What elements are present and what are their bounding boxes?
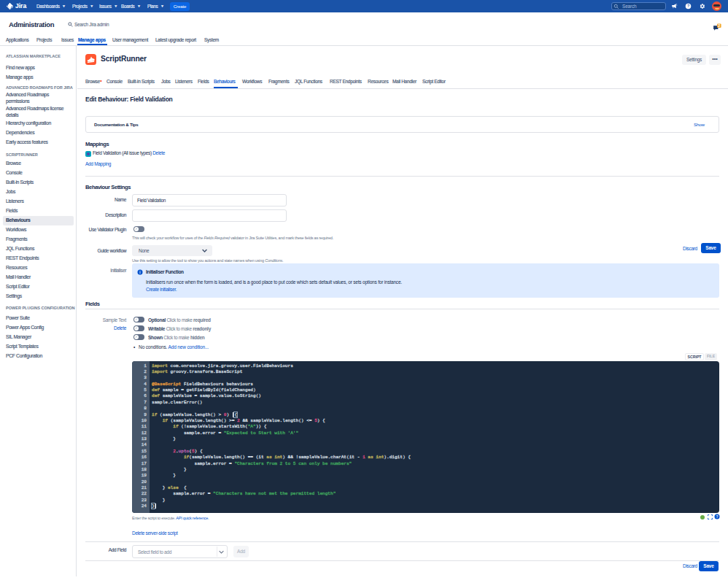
svg-text:?: ? <box>687 4 689 8</box>
svg-text:?: ? <box>716 514 718 519</box>
svg-text:2: 2 <box>718 23 720 28</box>
